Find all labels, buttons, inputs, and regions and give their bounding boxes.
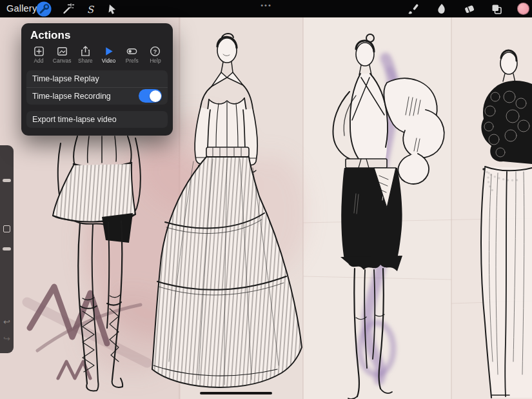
export-group: Export time-lapse video [26,111,168,128]
paintbrush-icon [406,1,422,17]
gallery-button[interactable]: Gallery [6,0,37,17]
prefs-toggle-icon [126,45,138,57]
tab-canvas[interactable]: Canvas [52,45,72,64]
opacity-slider-handle[interactable] [3,247,11,251]
selection-s-icon: S [82,1,99,17]
help-icon: ? [149,45,161,57]
magic-wand-icon [59,1,76,17]
timelapse-recording-row[interactable]: Time-lapse Recording [26,87,168,105]
svg-text:?: ? [153,48,157,55]
layers-button[interactable] [488,0,505,17]
timelapse-recording-toggle[interactable] [139,89,162,103]
fashion-figure-4 [481,50,532,398]
add-icon [33,45,45,57]
smudge-finger-icon [433,1,450,17]
actions-wrench-button[interactable] [35,0,52,17]
modify-button[interactable] [3,225,10,232]
smudge-tool-button[interactable] [433,0,450,17]
svg-text:S: S [86,3,94,15]
brush-tool-button[interactable] [405,0,422,17]
wrench-icon [35,1,52,17]
eraser-icon [461,1,478,17]
transform-button[interactable] [103,0,121,17]
actions-tab-bar: Add Canvas Share Video [21,43,173,67]
tab-help[interactable]: ? Help [145,45,166,64]
tab-add[interactable]: Add [28,45,49,64]
top-toolbar: Gallery S ••• [0,0,532,17]
export-timelapse-row[interactable]: Export time-lapse video [26,111,168,128]
bottom-ink-line [200,392,272,394]
tab-share[interactable]: Share [75,45,95,64]
toggle-knob [150,90,161,102]
timelapse-group: Time-lapse Replay Time-lapse Recording [26,70,168,105]
redo-button[interactable]: ↪ [0,334,14,343]
actions-panel-title: Actions [21,23,173,43]
canvas-icon [56,45,68,57]
undo-button[interactable]: ↩ [0,318,14,326]
multitask-dots[interactable]: ••• [255,1,277,10]
actions-panel: Actions Add Canvas Share [21,23,173,136]
eraser-tool-button[interactable] [460,0,478,17]
share-icon [79,45,92,57]
tab-video[interactable]: Video [99,45,119,64]
selection-button[interactable]: S [81,0,99,17]
transform-arrow-icon [104,1,121,17]
timelapse-replay-label: Time-lapse Replay [32,74,99,83]
tab-prefs[interactable]: Prefs [122,45,143,64]
export-timelapse-label: Export time-lapse video [32,115,117,124]
timelapse-replay-row[interactable]: Time-lapse Replay [26,70,168,87]
timelapse-recording-label: Time-lapse Recording [32,92,111,101]
color-swatch-button[interactable] [517,3,529,15]
sidebar-sliders[interactable]: ↩ ↪ [0,145,14,353]
brush-size-slider-handle[interactable] [3,179,11,182]
video-play-icon [103,45,115,57]
layers-icon [488,1,505,17]
adjustments-button[interactable] [59,0,76,17]
